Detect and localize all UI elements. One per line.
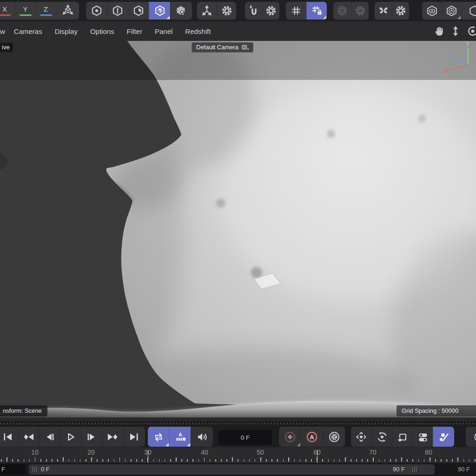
view-mode-label: ive	[0, 43, 13, 52]
model-mode-button[interactable]	[149, 2, 170, 20]
record-scale-button[interactable]	[392, 427, 412, 447]
next-key-icon	[107, 432, 118, 442]
quantize-lock-icon	[311, 5, 323, 16]
lock-z-axis-button[interactable]: Z	[35, 2, 56, 20]
hand-pan-icon[interactable]	[433, 25, 445, 37]
object-axis-mode-button[interactable]	[170, 2, 192, 20]
record-position-button[interactable]	[351, 427, 371, 447]
viewport-3d: ive Default Camera Y Z X nsform: Scene G…	[0, 41, 476, 421]
go-to-start-button[interactable]	[0, 427, 18, 447]
viewport-nav-tools	[433, 21, 476, 41]
x-axis-label: X	[2, 6, 7, 13]
dolly-icon[interactable]	[450, 25, 462, 37]
next-frame-icon	[86, 432, 97, 442]
menu-filter[interactable]: Filter	[127, 27, 142, 35]
symmetry-button[interactable]	[375, 2, 392, 20]
gear-icon	[265, 5, 277, 16]
menu-view[interactable]: w	[0, 27, 5, 35]
range-slider-left-grip[interactable]	[33, 467, 37, 472]
axis-gizmo[interactable]: Y Z X	[439, 41, 476, 79]
extra-partial-button[interactable]	[466, 427, 476, 447]
viewport-filter-a-icon: A	[446, 5, 457, 17]
points-mode-button[interactable]	[86, 2, 107, 20]
previous-frame-button[interactable]	[39, 427, 60, 447]
range-end-label: 90 F	[393, 464, 405, 475]
camera-swap-icon[interactable]	[242, 44, 249, 50]
viewport-filter-group: A	[422, 2, 476, 20]
svg-text:A: A	[450, 8, 453, 13]
play-icon	[65, 432, 76, 442]
edges-mode-button[interactable]	[107, 2, 128, 20]
workplane-grid-button[interactable]	[286, 2, 306, 20]
viewport-canvas[interactable]	[0, 41, 476, 421]
falloff-button[interactable]	[333, 2, 351, 20]
viewport-extra-button[interactable]	[461, 2, 476, 20]
coordinate-system-button[interactable]	[56, 2, 79, 20]
timeline-ruler[interactable]: 10 20 30 40 50 60 70 80	[0, 447, 476, 463]
move-settings-button[interactable]	[217, 2, 236, 20]
transport-group	[0, 427, 145, 447]
sound-icon	[196, 431, 208, 443]
move-tool-button[interactable]	[197, 2, 217, 20]
move-tool-group	[197, 2, 236, 20]
viewport-solo-button[interactable]	[422, 2, 442, 20]
previous-frame-icon	[44, 432, 55, 442]
menu-cameras[interactable]: Cameras	[14, 27, 42, 35]
quantize-lock-button[interactable]	[306, 2, 327, 20]
range-slider[interactable]: 0 F 90 F	[29, 464, 435, 475]
ruler-tick-label: 50	[251, 449, 270, 456]
gear-icon	[355, 5, 366, 16]
next-key-button[interactable]	[102, 427, 123, 447]
keying-settings-button[interactable]	[323, 427, 345, 447]
ruler-tick-label: 10	[26, 449, 44, 456]
record-scale-icon	[397, 431, 408, 443]
play-button[interactable]	[60, 427, 81, 447]
go-to-end-button[interactable]	[123, 427, 144, 447]
current-frame-field[interactable]: 0 F	[218, 430, 272, 445]
viewport-filter-button[interactable]: A	[442, 2, 461, 20]
record-parameter-button[interactable]	[412, 427, 433, 447]
next-frame-button[interactable]	[81, 427, 102, 447]
range-slider-right-grip[interactable]	[412, 467, 417, 472]
symmetry-icon	[378, 5, 389, 16]
previous-key-button[interactable]	[18, 427, 39, 447]
camera-label[interactable]: Default Camera	[192, 42, 253, 53]
sound-button[interactable]	[191, 427, 213, 447]
partial-hexagon-icon	[466, 5, 476, 17]
record-rotation-button[interactable]	[371, 427, 392, 447]
z-axis-label: Z	[44, 6, 48, 13]
symmetry-settings-button[interactable]	[392, 2, 409, 20]
svg-text:A: A	[178, 432, 182, 437]
range-start-field[interactable]: F	[0, 464, 25, 475]
polygons-mode-button[interactable]	[128, 2, 149, 20]
lock-x-axis-button[interactable]: X	[0, 2, 15, 20]
snap-button[interactable]	[245, 2, 262, 20]
menu-redshift[interactable]: Redshift	[185, 27, 211, 35]
camera-label-text: Default Camera	[196, 44, 238, 51]
y-axis-label: Y	[23, 6, 27, 13]
record-pla-button[interactable]	[433, 427, 454, 447]
falloff-settings-button[interactable]	[351, 2, 369, 20]
record-rotation-icon	[377, 431, 388, 443]
keying-group: A	[279, 427, 345, 447]
viewport-menubar: w Cameras Display Options Filter Panel R…	[0, 21, 476, 41]
lock-y-axis-button[interactable]: Y	[15, 2, 35, 20]
menu-panel[interactable]: Panel	[155, 27, 172, 35]
z-axis-underline	[40, 14, 52, 16]
ruler-minor-ticks	[0, 459, 476, 462]
record-keyframe-button[interactable]	[279, 427, 301, 447]
coordinate-system-icon	[62, 5, 74, 17]
top-toolbar: X Y Z	[0, 0, 476, 21]
ruler-marker-30	[148, 450, 148, 463]
autokey-button[interactable]: A	[301, 427, 323, 447]
partial-circle-icon	[468, 431, 476, 443]
panel-grip[interactable]	[0, 423, 476, 425]
falloff-icon	[337, 5, 348, 16]
loop-playback-button[interactable]	[148, 427, 169, 447]
menu-options[interactable]: Options	[90, 27, 114, 35]
play-mode-button[interactable]: A	[169, 427, 191, 447]
menu-display[interactable]: Display	[55, 27, 78, 35]
orbit-icon[interactable]	[466, 25, 476, 37]
snap-settings-button[interactable]	[262, 2, 279, 20]
go-to-start-icon	[2, 432, 13, 442]
